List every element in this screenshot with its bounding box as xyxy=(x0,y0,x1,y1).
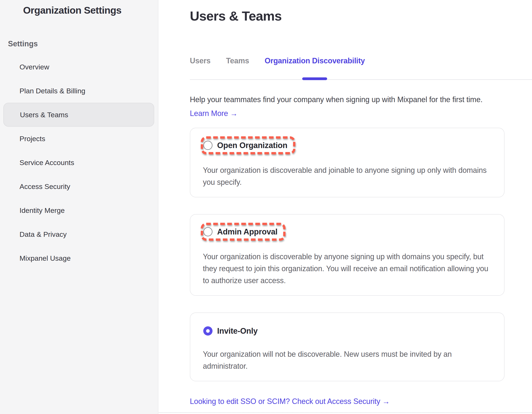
arrow-right-icon: → xyxy=(382,397,390,406)
radio-open-organization[interactable] xyxy=(203,141,212,150)
tab-teams[interactable]: Teams xyxy=(226,57,249,65)
main-content: Users & Teams Users Teams Organization D… xyxy=(159,0,532,414)
sidebar-nav: Overview Plan Details & Billing Users & … xyxy=(0,55,158,270)
option-card-invite-only: Invite-Only Your organization will not b… xyxy=(190,312,504,381)
option-card-open-organization: Open Organization Your organization is d… xyxy=(190,128,504,197)
option-description: Your organization is discoverable and jo… xyxy=(203,164,492,188)
option-row: Invite-Only xyxy=(203,319,492,336)
sidebar-section-label: Settings xyxy=(8,39,158,48)
access-security-link-label: Looking to edit SSO or SCIM? Check out A… xyxy=(190,397,380,406)
tab-organization-discoverability-label: Organization Discoverability xyxy=(265,56,365,65)
option-title: Open Organization xyxy=(217,141,287,150)
annotation-highlight: Admin Approval xyxy=(199,220,288,243)
option-card-admin-approval: Admin Approval Your organization is disc… xyxy=(190,214,504,296)
sidebar-item-mixpanel-usage[interactable]: Mixpanel Usage xyxy=(0,246,158,270)
sidebar-item-projects[interactable]: Projects xyxy=(0,127,158,151)
sidebar-item-plan-details-billing[interactable]: Plan Details & Billing xyxy=(0,79,158,103)
sidebar: Organization Settings Settings Overview … xyxy=(0,0,158,414)
arrow-right-icon: → xyxy=(230,109,238,118)
option-description: Your organization is discoverable by any… xyxy=(203,251,492,286)
option-description: Your organization will not be discoverab… xyxy=(203,348,492,372)
active-tab-indicator xyxy=(302,77,327,80)
learn-more-link[interactable]: Learn More → xyxy=(190,109,238,118)
sidebar-item-overview[interactable]: Overview xyxy=(0,55,158,79)
sidebar-item-identity-merge[interactable]: Identity Merge xyxy=(0,198,158,222)
intro-text: Help your teammates find your company wh… xyxy=(190,95,524,104)
tab-users[interactable]: Users xyxy=(190,57,211,65)
sidebar-title: Organization Settings xyxy=(23,5,158,16)
sidebar-item-users-teams[interactable]: Users & Teams xyxy=(3,103,154,127)
dotted-divider xyxy=(159,412,532,413)
access-security-link[interactable]: Looking to edit SSO or SCIM? Check out A… xyxy=(190,397,390,406)
radio-invite-only[interactable] xyxy=(203,326,212,336)
sidebar-item-service-accounts[interactable]: Service Accounts xyxy=(0,151,158,175)
option-title: Invite-Only xyxy=(217,327,258,336)
radio-admin-approval[interactable] xyxy=(203,227,212,236)
learn-more-label: Learn More xyxy=(190,109,228,118)
annotation-highlight: Open Organization xyxy=(199,134,298,157)
sidebar-item-access-security[interactable]: Access Security xyxy=(0,175,158,198)
sidebar-item-data-privacy[interactable]: Data & Privacy xyxy=(0,222,158,246)
page-title: Users & Teams xyxy=(190,8,532,23)
option-title: Admin Approval xyxy=(217,227,277,236)
tab-bar: Users Teams Organization Discoverability xyxy=(190,57,532,80)
tab-organization-discoverability[interactable]: Organization Discoverability xyxy=(265,57,365,65)
